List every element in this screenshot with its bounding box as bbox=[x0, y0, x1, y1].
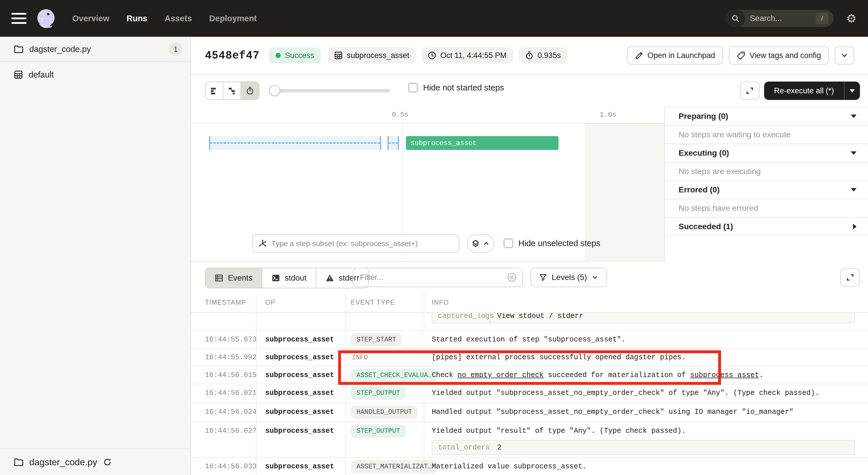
reexecute-all-button[interactable]: Re-execute all (*) bbox=[764, 82, 860, 100]
tab-stdout[interactable]: stdout bbox=[262, 268, 316, 288]
log-timestamp: 16:44:56.033 bbox=[205, 463, 257, 471]
log-info: Check no_empty_order_check succeeded for… bbox=[432, 371, 854, 379]
log-timestamp: 16:44:56.024 bbox=[205, 408, 257, 416]
gantt-chart: 0.5s 1.0s subprocess_asset Type a step s… bbox=[191, 107, 664, 262]
open-in-launchpad-button[interactable]: Open in Launchpad bbox=[627, 46, 723, 65]
run-tag[interactable]: 0.935s bbox=[519, 48, 567, 63]
hide-not-started-checkbox[interactable] bbox=[408, 83, 418, 92]
hide-unselected-control: Hide unselected steps bbox=[503, 238, 600, 248]
hamburger-menu-icon[interactable] bbox=[11, 13, 26, 24]
tab-label: stdout bbox=[285, 273, 307, 283]
clear-filter-icon[interactable] bbox=[507, 272, 517, 282]
metadata-subtable: total_orders2 bbox=[432, 440, 855, 455]
log-info: Handled output "subprocess_asset_no_empt… bbox=[432, 408, 854, 416]
gantt-fullscreen-button[interactable] bbox=[740, 82, 760, 100]
dagster-logo[interactable] bbox=[34, 7, 57, 30]
log-filter-input[interactable]: Filter... bbox=[352, 268, 523, 287]
gantt-view-mode-group bbox=[205, 82, 259, 100]
step-subset-placeholder: Type a step subset (ex: subprocess_asset… bbox=[272, 239, 417, 248]
log-op: subprocess_asset bbox=[265, 389, 334, 397]
sidebar-footer-label: dagster_code.py bbox=[29, 457, 97, 468]
log-row[interactable]: 16:44:55.673subprocess_assetSTEP_STARTSt… bbox=[191, 331, 868, 349]
sidebar-item-job-default[interactable]: default bbox=[0, 62, 191, 87]
log-info-link[interactable]: no_empty_order_check bbox=[458, 371, 544, 379]
chevron-down-icon bbox=[840, 51, 848, 59]
log-row[interactable]: 16:44:56.024subprocess_assetHANDLED_OUTP… bbox=[191, 403, 868, 422]
main-content: 4548ef47 Success subprocess_assetOct 11,… bbox=[191, 37, 868, 475]
step-panel-section-header[interactable]: Executing (0) bbox=[665, 144, 868, 162]
reload-icon[interactable] bbox=[103, 458, 112, 466]
caret-right-icon bbox=[853, 224, 857, 230]
log-info: Started execution of step "subprocess_as… bbox=[432, 335, 854, 344]
step-bar-subprocess-asset[interactable]: subprocess_asset bbox=[406, 136, 559, 150]
step-subset-input[interactable]: Type a step subset (ex: subprocess_asset… bbox=[252, 234, 459, 253]
timed-view-button[interactable] bbox=[241, 82, 259, 99]
timeline-tick: 1.0s bbox=[600, 111, 616, 119]
step-panel-empty-message: No steps are executing bbox=[665, 162, 868, 181]
reexecute-dropdown-button[interactable] bbox=[844, 82, 860, 100]
step-status-panel: Preparing (0)No steps are waiting to exe… bbox=[664, 107, 868, 262]
job-icon bbox=[334, 51, 343, 60]
nav-item-runs[interactable]: Runs bbox=[127, 14, 148, 23]
log-row[interactable]: 16:44:56.015subprocess_assetASSET_CHECK_… bbox=[191, 366, 868, 384]
zoom-slider[interactable] bbox=[270, 89, 391, 92]
expand-icon bbox=[745, 86, 754, 95]
log-section: Eventsstdoutstderr Filter... Levels (5) bbox=[191, 262, 868, 475]
metadata-value[interactable]: View stdout / stderr bbox=[490, 313, 583, 320]
search-icon bbox=[725, 10, 745, 27]
zoom-slider-knob[interactable] bbox=[269, 85, 280, 96]
event-type-badge: STEP_START bbox=[351, 333, 402, 346]
log-row[interactable]: 16:44:56.033subprocess_assetASSET_MATERI… bbox=[191, 458, 868, 475]
graph-query-toggle-button[interactable] bbox=[467, 234, 494, 253]
log-row-partial: captured_logsView stdout / stderr bbox=[191, 313, 868, 331]
run-tag[interactable]: Oct 11, 4:44:55 PM bbox=[422, 48, 513, 63]
log-row[interactable]: 16:44:56.027subprocess_assetSTEP_OUTPUTY… bbox=[191, 422, 868, 458]
log-row[interactable]: 16:44:55.992subprocess_assetINFO[pipes] … bbox=[191, 349, 868, 366]
log-op: subprocess_asset bbox=[265, 427, 334, 435]
events-table-icon bbox=[215, 274, 223, 282]
log-timestamp: 16:44:56.021 bbox=[205, 389, 257, 397]
metadata-value: 2 bbox=[490, 443, 501, 452]
event-type-badge: ASSET_MATERIALIZAT… bbox=[351, 460, 437, 473]
chevron-down-icon bbox=[592, 274, 598, 281]
caret-down-icon bbox=[849, 89, 855, 92]
step-panel-section-title: Executing (0) bbox=[679, 148, 851, 158]
column-header-info: INFO bbox=[432, 299, 449, 306]
nav-item-deployment[interactable]: Deployment bbox=[209, 14, 257, 23]
caret-down-icon bbox=[851, 188, 857, 191]
caret-down-icon bbox=[851, 151, 857, 155]
hide-unselected-label: Hide unselected steps bbox=[518, 239, 600, 248]
run-tag-label: 0.935s bbox=[538, 51, 561, 60]
log-timestamp: 16:44:56.027 bbox=[205, 427, 257, 435]
nav-item-overview[interactable]: Overview bbox=[72, 14, 110, 23]
nav-item-assets[interactable]: Assets bbox=[164, 14, 192, 23]
tab-events[interactable]: Events bbox=[206, 268, 262, 288]
log-info-link[interactable]: subprocess_asset bbox=[690, 371, 759, 379]
log-row[interactable]: 16:44:56.021subprocess_assetSTEP_OUTPUTY… bbox=[191, 384, 868, 403]
gear-icon[interactable]: ⚙ bbox=[846, 12, 857, 24]
timeline-tick: 0.5s bbox=[392, 111, 408, 119]
hide-unselected-checkbox[interactable] bbox=[503, 238, 513, 248]
run-actions-chevron-button[interactable] bbox=[835, 46, 854, 65]
log-fullscreen-button[interactable] bbox=[840, 268, 860, 287]
log-op: subprocess_asset bbox=[265, 463, 334, 471]
hide-not-started-label: Hide not started steps bbox=[423, 83, 504, 92]
step-panel-section-header[interactable]: Succeeded (1) bbox=[665, 218, 868, 236]
waterfall-view-button[interactable] bbox=[223, 82, 241, 99]
flat-view-button[interactable] bbox=[206, 82, 223, 99]
step-panel-section-header[interactable]: Errored (0) bbox=[665, 181, 868, 199]
log-timestamp: 16:44:56.015 bbox=[205, 371, 257, 379]
sidebar-item-code-location[interactable]: dagster_code.py 1 bbox=[0, 37, 191, 62]
search-shortcut-key: / bbox=[816, 12, 828, 24]
run-id: 4548ef47 bbox=[205, 50, 259, 62]
view-tags-config-button[interactable]: View tags and config bbox=[729, 46, 829, 65]
global-search-input[interactable]: Search... / bbox=[725, 10, 834, 27]
gantt-section: Hide not started steps Re-execute all (*… bbox=[191, 75, 868, 262]
gantt-toolbar: Hide not started steps Re-execute all (*… bbox=[191, 75, 868, 107]
step-panel-section-header[interactable]: Preparing (0) bbox=[665, 108, 868, 126]
hide-not-started-control: Hide not started steps bbox=[408, 83, 504, 92]
status-dot-icon bbox=[276, 53, 281, 58]
timer-icon bbox=[525, 51, 534, 60]
levels-filter-button[interactable]: Levels (5) bbox=[530, 268, 607, 287]
run-tag[interactable]: subprocess_asset bbox=[328, 48, 415, 63]
